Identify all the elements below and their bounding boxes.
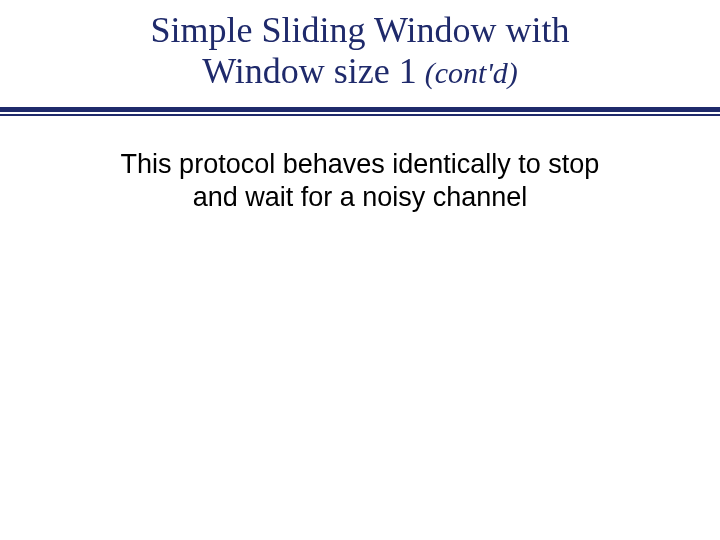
rule-thick	[0, 107, 720, 112]
body-line-2: and wait for a noisy channel	[60, 181, 660, 214]
body-line-1: This protocol behaves identically to sto…	[60, 148, 660, 181]
slide: Simple Sliding Window with Window size 1…	[0, 0, 720, 540]
rule-thin	[0, 114, 720, 116]
slide-title: Simple Sliding Window with Window size 1…	[0, 0, 720, 93]
title-main: Window size 1	[202, 51, 417, 91]
title-line-1: Simple Sliding Window with	[0, 10, 720, 51]
title-contd: (cont'd)	[425, 56, 518, 89]
title-line-2: Window size 1(cont'd)	[0, 51, 720, 92]
body-text: This protocol behaves identically to sto…	[0, 148, 720, 214]
title-underline	[0, 107, 720, 115]
